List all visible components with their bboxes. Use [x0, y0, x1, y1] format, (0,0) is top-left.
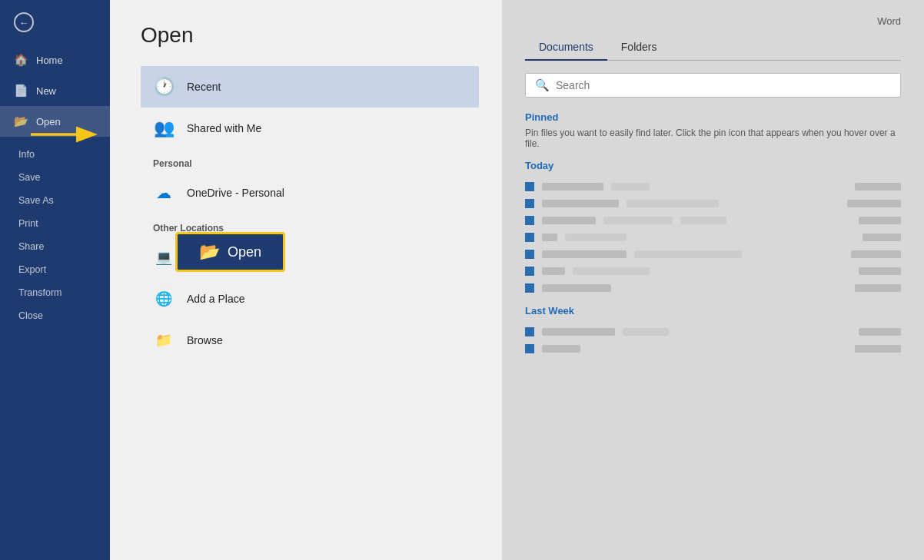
today-heading: Today: [525, 160, 901, 171]
file-icon: [525, 182, 534, 191]
home-icon: 🏠: [14, 53, 28, 67]
file-row-right: [847, 200, 901, 207]
shared-icon: 👥: [153, 118, 174, 139]
location-browse[interactable]: 📁 Browse: [141, 320, 479, 361]
location-browse-label: Browse: [187, 334, 223, 346]
sidebar-print[interactable]: Print: [0, 212, 110, 235]
file-icon: [525, 283, 534, 293]
sidebar-item-home[interactable]: 🏠 Home: [0, 45, 110, 75]
pinned-heading: Pinned: [525, 111, 901, 123]
open-panel: Open 🕐 Recent 👥 Shared with Me Personal …: [110, 0, 502, 560]
sidebar-share[interactable]: Share: [0, 235, 110, 258]
last-week-heading: Last Week: [525, 305, 901, 316]
file-icon: [525, 267, 534, 276]
sidebar-text-items: Info Save Save As Print Share Export Tra…: [0, 143, 110, 327]
location-onedrive[interactable]: ☁ OneDrive - Personal: [141, 172, 479, 214]
location-shared[interactable]: 👥 Shared with Me: [141, 108, 479, 149]
location-add-place-label: Add a Place: [187, 293, 245, 305]
open-title: Open: [141, 23, 479, 48]
app-label: Word: [525, 15, 901, 27]
open-folder-outline-icon: 📂: [199, 242, 220, 262]
location-shared-label: Shared with Me: [187, 122, 261, 134]
table-row[interactable]: [525, 247, 901, 262]
content-panel: Word Documents Folders 🔍 Pinned Pin file…: [502, 0, 924, 560]
sidebar-save-as[interactable]: Save As: [0, 189, 110, 212]
file-row-right: [855, 284, 901, 292]
file-icon: [525, 250, 534, 259]
recent-icon: 🕐: [153, 76, 174, 98]
sidebar-item-home-label: Home: [36, 55, 63, 66]
table-row[interactable]: [525, 230, 901, 245]
location-recent[interactable]: 🕐 Recent: [141, 66, 479, 108]
file-meta-bar: [611, 183, 650, 191]
file-row-right: [863, 234, 901, 241]
tabs-row: Documents Folders: [525, 35, 901, 61]
search-icon: 🔍: [535, 78, 550, 92]
table-row[interactable]: [525, 341, 901, 356]
file-row-right: [859, 267, 901, 275]
table-row[interactable]: [525, 196, 901, 211]
file-name-bar: [542, 217, 596, 224]
tab-folders[interactable]: Folders: [607, 35, 671, 60]
sidebar-item-new-label: New: [36, 85, 56, 97]
file-row-right: [855, 345, 901, 353]
sidebar: ← 🏠 Home 📄 New 📂 Open Info Save Save As …: [0, 0, 110, 560]
pinned-description: Pin files you want to easily find later.…: [525, 128, 901, 149]
onedrive-icon: ☁: [153, 182, 174, 204]
open-tooltip-label: Open: [228, 244, 261, 260]
add-place-icon: 🌐: [153, 288, 174, 310]
sidebar-item-open-label: Open: [36, 116, 61, 128]
file-icon: [525, 216, 534, 225]
table-row[interactable]: [525, 179, 901, 194]
file-row-right: [851, 250, 901, 258]
section-label-personal: Personal: [141, 149, 479, 172]
back-icon: ←: [14, 12, 34, 32]
file-name-bar: [542, 200, 619, 207]
sidebar-item-open[interactable]: 📂 Open: [0, 106, 110, 137]
sidebar-transform[interactable]: Transform: [0, 281, 110, 304]
file-row-right: [855, 183, 901, 191]
search-bar: 🔍: [525, 73, 901, 98]
table-row[interactable]: [525, 213, 901, 228]
sidebar-info[interactable]: Info: [0, 143, 110, 166]
file-icon: [525, 344, 534, 353]
file-icon: [525, 199, 534, 208]
open-tooltip-button[interactable]: 📂 Open: [175, 232, 285, 272]
file-rows-last-week: [525, 324, 901, 356]
file-name-bar: [542, 183, 603, 191]
table-row[interactable]: [525, 280, 901, 296]
tab-documents[interactable]: Documents: [525, 35, 607, 61]
table-row[interactable]: [525, 263, 901, 279]
back-button[interactable]: ←: [0, 0, 110, 45]
file-icon: [525, 233, 534, 242]
file-row-right: [859, 328, 901, 336]
new-doc-icon: 📄: [14, 84, 28, 98]
this-pc-icon: 💻: [153, 247, 174, 268]
sidebar-item-new[interactable]: 📄 New: [0, 75, 110, 106]
browse-icon: 📁: [153, 330, 174, 351]
file-icon: [525, 327, 534, 336]
sidebar-close[interactable]: Close: [0, 304, 110, 327]
location-list: 🕐 Recent 👥 Shared with Me Personal ☁ One…: [141, 66, 479, 361]
file-rows-today: [525, 179, 901, 296]
location-recent-label: Recent: [187, 81, 221, 93]
sidebar-save[interactable]: Save: [0, 166, 110, 189]
open-folder-icon: 📂: [14, 114, 28, 128]
table-row[interactable]: [525, 324, 901, 340]
sidebar-export[interactable]: Export: [0, 258, 110, 281]
location-onedrive-label: OneDrive - Personal: [187, 187, 284, 199]
location-add-place[interactable]: 🌐 Add a Place: [141, 278, 479, 320]
search-input[interactable]: [556, 79, 891, 91]
file-row-right: [859, 217, 901, 224]
